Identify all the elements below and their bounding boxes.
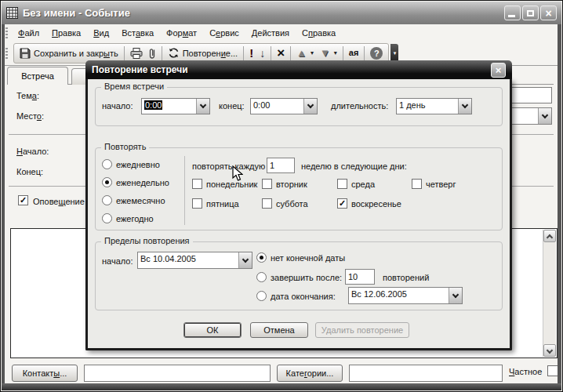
- scroll-down-button[interactable]: [543, 344, 556, 357]
- radio-no-end-date[interactable]: нет конечной даты: [256, 252, 345, 263]
- duration-dropdown-button[interactable]: [458, 99, 471, 114]
- toolbar-separator: [364, 46, 365, 60]
- radio-end-by[interactable]: дата окончания:: [256, 291, 336, 301]
- help-button[interactable]: ?: [367, 45, 386, 61]
- recurrence-button[interactable]: Повторение...: [165, 45, 241, 60]
- menu-view[interactable]: Вид: [87, 27, 115, 39]
- print-button[interactable]: [127, 46, 146, 60]
- menu-tools[interactable]: Сервис: [203, 27, 245, 39]
- radio-icon: [256, 291, 267, 301]
- chevron-down-icon[interactable]: ▾: [334, 49, 337, 56]
- menu-file[interactable]: Файл: [12, 27, 45, 39]
- notes-scrollbar[interactable]: [543, 230, 556, 357]
- tab-appointment[interactable]: Встреча: [7, 67, 68, 85]
- event-window-icon: [6, 7, 18, 19]
- importance-high-button[interactable]: !: [246, 45, 256, 60]
- printer-icon: [130, 48, 143, 59]
- menu-insert[interactable]: Вставка: [115, 27, 160, 39]
- toolbar-drag-handle-icon[interactable]: [5, 48, 8, 59]
- recur-start-time-label: начало:: [102, 101, 133, 111]
- categories-input[interactable]: [349, 365, 503, 382]
- attach-file-button[interactable]: [146, 45, 159, 61]
- day-checkbox-tuesday[interactable]: вторник: [262, 179, 307, 189]
- arrow-up-solid-icon: ▲: [296, 48, 307, 58]
- toolbar-separator: [243, 46, 244, 60]
- reminder-checkbox[interactable]: ✓: [18, 195, 28, 205]
- importance-low-button[interactable]: ↓: [256, 46, 268, 60]
- contacts-button[interactable]: Контакты...: [12, 365, 78, 382]
- checkbox-icon: [262, 179, 272, 189]
- checkbox-icon: [262, 198, 272, 209]
- chevron-down-icon[interactable]: ▾: [311, 49, 314, 56]
- end-time-combobox[interactable]: 0:00: [250, 98, 318, 114]
- dialog-titlebar: Повторение встречи ×: [85, 60, 512, 79]
- categories-button[interactable]: Категории...: [277, 365, 343, 382]
- menu-actions[interactable]: Действия: [245, 27, 296, 39]
- scroll-up-button[interactable]: [543, 230, 556, 242]
- start-time-dropdown-button[interactable]: [196, 99, 209, 114]
- start-label: Начало:: [16, 147, 49, 156]
- range-start-combobox[interactable]: Вс 10.04.2005: [137, 252, 252, 269]
- window-border: [558, 24, 561, 390]
- radio-end-after[interactable]: завершить после:: [256, 272, 342, 282]
- radio-yearly[interactable]: ежегодно: [102, 213, 154, 223]
- day-checkbox-friday[interactable]: пятница: [192, 198, 239, 209]
- dialog-title: Повторение встречи: [92, 64, 491, 75]
- day-checkbox-monday[interactable]: понедельник: [192, 179, 257, 189]
- menu-help[interactable]: Справка: [296, 27, 342, 39]
- duration-label: длительность:: [331, 101, 388, 111]
- end-by-dropdown-button[interactable]: [449, 288, 462, 303]
- toolbar-options-button[interactable]: ▾: [390, 44, 398, 63]
- recurrence-range-label: Пределы повторения: [101, 236, 193, 245]
- close-icon: ×: [496, 65, 502, 75]
- radio-weekly[interactable]: еженедельно: [102, 177, 169, 187]
- day-checkbox-wednesday[interactable]: среда: [337, 179, 375, 189]
- translate-az-icon: aя: [349, 49, 359, 57]
- radio-icon: [256, 272, 267, 282]
- contacts-input[interactable]: [84, 365, 271, 382]
- end-time-dropdown-button[interactable]: [303, 99, 317, 114]
- start-time-combobox[interactable]: 0:00: [141, 98, 210, 114]
- maximize-icon: [527, 10, 534, 16]
- day-checkbox-saturday[interactable]: суббота: [262, 198, 308, 209]
- ok-button[interactable]: ОК: [183, 322, 242, 338]
- save-and-close-button[interactable]: Сохранить и закрыть: [16, 46, 122, 60]
- recurrence-pattern-group: Повторять ежедневно еженедельно ежемесяч…: [95, 147, 503, 230]
- radio-selected-icon: [256, 252, 267, 263]
- translate-button[interactable]: aя: [346, 47, 362, 59]
- group-divider: [184, 156, 185, 225]
- location-label: Место:: [16, 111, 44, 121]
- end-after-occurrences-input[interactable]: [345, 269, 375, 285]
- previous-item-button[interactable]: ▲▾: [293, 46, 317, 60]
- location-dropdown-button[interactable]: [538, 108, 551, 124]
- menu-format[interactable]: Формат: [160, 27, 203, 39]
- radio-monthly[interactable]: ежемесячно: [102, 195, 165, 205]
- next-item-button[interactable]: ▼▾: [317, 46, 340, 60]
- radio-daily[interactable]: ежедневно: [102, 159, 160, 169]
- close-icon: ×: [545, 8, 551, 19]
- dialog-close-button[interactable]: ×: [491, 63, 506, 78]
- day-checkbox-thursday[interactable]: четверг: [412, 179, 456, 189]
- window-title: Без имени - Событие: [23, 7, 503, 19]
- every-week-prefix-label: повторять каждую: [192, 162, 265, 171]
- end-by-combobox[interactable]: Вс 12.06.2005: [348, 287, 463, 304]
- close-button[interactable]: ×: [540, 5, 557, 20]
- range-start-dropdown-button[interactable]: [238, 252, 252, 268]
- maximize-button[interactable]: [522, 5, 539, 20]
- toolbar-separator: [290, 46, 291, 60]
- delete-button[interactable]: ×: [274, 45, 288, 61]
- day-checkbox-sunday[interactable]: ✓воскресенье: [337, 198, 401, 209]
- arrow-down-icon: ↓: [260, 48, 265, 59]
- menu-drag-handle-icon[interactable]: [5, 27, 8, 38]
- menu-edit[interactable]: Правка: [45, 27, 87, 39]
- duration-combobox[interactable]: 1 день: [396, 98, 472, 114]
- chevron-down-icon: [547, 347, 553, 353]
- remove-recurrence-button[interactable]: Удалить повторение: [315, 322, 409, 338]
- every-week-input[interactable]: [267, 158, 295, 173]
- cancel-button[interactable]: Отмена: [250, 322, 308, 338]
- window-titlebar: Без имени - Событие ×: [2, 2, 561, 24]
- checkbox-icon: [192, 198, 202, 209]
- private-checkbox[interactable]: [547, 365, 558, 376]
- minimize-button[interactable]: [504, 5, 521, 20]
- window-border: [2, 24, 5, 390]
